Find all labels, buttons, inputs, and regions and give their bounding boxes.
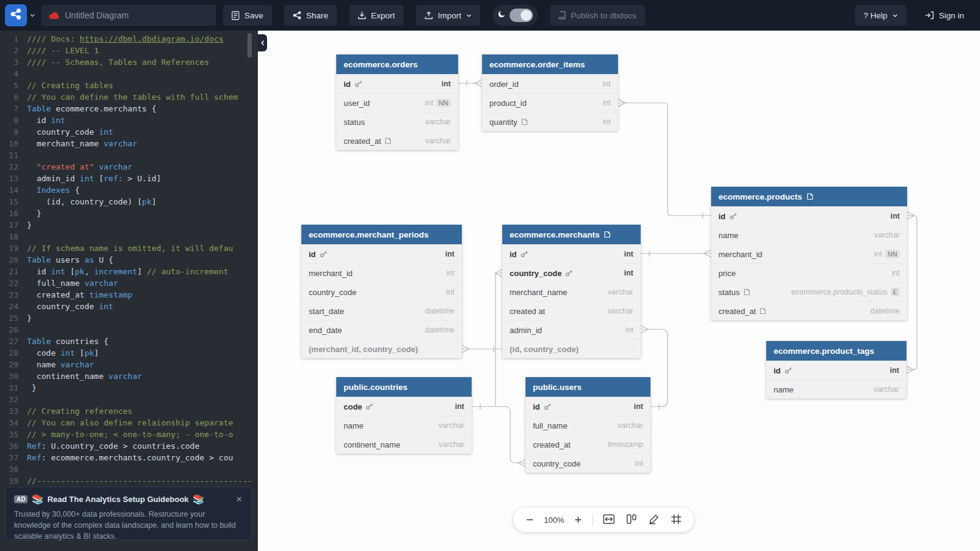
dark-mode-toggle[interactable] [492, 5, 538, 26]
code-line[interactable]: 16 } [0, 208, 258, 219]
code-line[interactable]: 38 [0, 463, 258, 475]
app-logo[interactable] [5, 4, 27, 26]
frame-button[interactable] [669, 514, 683, 527]
code-line[interactable]: 23 created_at timestamp [0, 289, 258, 301]
table-field-row[interactable]: merchant_idintNN [711, 244, 907, 263]
table-header[interactable]: ecommerce.merchant_periods [301, 225, 462, 244]
table-public.users[interactable]: public.usersidintfull_namevarcharcreated… [526, 377, 650, 473]
code-line[interactable]: 34// You can also define relaionship sep… [0, 417, 258, 429]
highlighter-button[interactable] [647, 514, 661, 527]
table-ecommerce.orders[interactable]: ecommerce.ordersidintuser_idintNNstatusv… [336, 54, 458, 150]
table-field-row[interactable]: merchant_idint [301, 263, 462, 282]
table-field-row[interactable]: end_datedatetime [301, 320, 462, 339]
code-line[interactable]: 2//// -- LEVEL 1 [0, 45, 258, 56]
table-field-row[interactable]: priceint [711, 263, 907, 282]
table-field-row[interactable]: namevarchar [336, 416, 472, 435]
table-field-row[interactable]: idint [336, 74, 458, 93]
theme-switch[interactable] [510, 9, 533, 22]
table-ecommerce.merchants[interactable]: ecommerce.merchantsidintcountry_codeintm… [502, 225, 641, 358]
table-header[interactable]: ecommerce.product_tags [766, 341, 907, 361]
table-field-row[interactable]: namevarchar [711, 225, 907, 244]
diagram-title-input[interactable] [65, 10, 209, 20]
logo-chevron-down-icon[interactable] [29, 13, 36, 18]
table-field-row[interactable]: statusecommerce.products_statusE [711, 282, 907, 301]
sign-in-button[interactable]: Sign in [919, 5, 970, 26]
code-line[interactable]: 1//// Docs: https://dbml.dbdiagram.io/do… [0, 33, 258, 45]
table-field-row[interactable]: order_idint [482, 74, 618, 93]
code-line[interactable]: 36Ref: U.country_code > countries.code [0, 440, 258, 452]
table-header[interactable]: public.countries [336, 377, 472, 397]
table-ecommerce.order_items[interactable]: ecommerce.order_itemsorder_idintproduct_… [482, 54, 618, 131]
code-line[interactable]: 6// You can define the tables with full … [0, 91, 258, 103]
fit-to-screen-button[interactable] [601, 514, 616, 527]
code-line[interactable]: 30 continent_name varchar [0, 370, 258, 382]
table-field-row[interactable]: created_atdatetime [711, 301, 907, 320]
table-field-row[interactable]: country_codeint [502, 263, 641, 282]
code-line[interactable]: 20Table users as U { [0, 254, 258, 266]
code-line[interactable]: 22 full_name varchar [0, 277, 258, 289]
code-line[interactable]: 25} [0, 312, 258, 324]
code-line[interactable]: 18 [0, 231, 258, 242]
table-header[interactable]: public.users [526, 377, 650, 397]
table-field-row[interactable]: admin_idint [502, 320, 641, 339]
table-public.countries[interactable]: public.countriescodeintnamevarcharcontin… [336, 377, 472, 454]
ad-title[interactable]: Read The Analytics Setup Guidebook [47, 495, 189, 504]
code-line[interactable]: 17} [0, 219, 258, 231]
code-line[interactable]: 14 Indexes { [0, 184, 258, 196]
table-header[interactable]: ecommerce.orders [336, 54, 458, 74]
import-button[interactable]: Import [416, 5, 480, 26]
publish-dbdocs-button[interactable]: Publish to dbdocs [550, 5, 645, 26]
code-line[interactable]: 11 [0, 149, 258, 161]
code-line[interactable]: 19// If schema name is omitted, it will … [0, 242, 258, 254]
code-line[interactable]: 32 [0, 394, 258, 405]
table-field-row[interactable]: (merchant_id, country_code) [301, 339, 462, 358]
table-field-row[interactable]: full_namevarchar [526, 416, 650, 435]
table-field-row[interactable]: start_datedatetime [301, 301, 462, 320]
table-field-row[interactable]: continent_namevarchar [336, 435, 472, 454]
table-field-row[interactable]: user_idintNN [336, 93, 458, 112]
table-ecommerce.merchant_periods[interactable]: ecommerce.merchant_periodsidintmerchant_… [301, 225, 462, 358]
editor-scrollbar[interactable] [247, 33, 252, 58]
code-line[interactable]: 4 [0, 68, 258, 80]
table-field-row[interactable]: idint [766, 361, 907, 380]
table-field-row[interactable]: idint [526, 397, 650, 416]
code-line[interactable]: 5// Creating tables [0, 80, 258, 91]
share-button[interactable]: Share [284, 5, 337, 26]
table-ecommerce.products[interactable]: ecommerce.productsidintnamevarcharmercha… [711, 187, 907, 320]
code-line[interactable]: 12 "created at" varchar [0, 161, 258, 173]
code-line[interactable]: 10 merchant_name varchar [0, 138, 258, 149]
table-field-row[interactable]: product_idint [482, 93, 618, 112]
table-field-row[interactable]: created_attimestamp [526, 435, 650, 454]
table-field-row[interactable]: idint [711, 206, 907, 225]
table-header[interactable]: ecommerce.products [711, 187, 907, 206]
code-line[interactable]: 28 code int [pk] [0, 347, 258, 359]
code-line[interactable]: 8 id int [0, 114, 258, 126]
code-line[interactable]: 9 country_code int [0, 126, 258, 138]
table-field-row[interactable]: created atvarchar [502, 301, 641, 320]
table-ecommerce.product_tags[interactable]: ecommerce.product_tagsidintnamevarchar [766, 341, 907, 399]
table-field-row[interactable]: (id, country_code) [502, 339, 641, 358]
zoom-out-button[interactable] [524, 515, 535, 524]
table-field-row[interactable]: codeint [336, 397, 472, 416]
table-field-row[interactable]: country_codeint [301, 282, 462, 301]
code-editor[interactable]: 1//// Docs: https://dbml.dbdiagram.io/do… [0, 31, 258, 551]
code-line[interactable]: 27Table countries { [0, 335, 258, 347]
code-line[interactable]: 7Table ecommerce.merchants { [0, 103, 258, 114]
table-field-row[interactable]: quantityint [482, 112, 618, 131]
table-field-row[interactable]: created_atvarchar [336, 131, 458, 150]
code-line[interactable]: 15 (id, country_code) [pk] [0, 196, 258, 208]
table-header[interactable]: ecommerce.order_items [482, 54, 618, 74]
table-field-row[interactable]: merchant_namevarchar [502, 282, 641, 301]
code-line[interactable]: 21 id int [pk, increment] // auto-increm… [0, 266, 258, 277]
table-field-row[interactable]: namevarchar [766, 380, 907, 399]
ad-close-button[interactable]: ✕ [236, 495, 243, 503]
code-line[interactable]: 39//------------------------------------… [0, 475, 258, 487]
collapse-editor-button[interactable] [258, 34, 267, 51]
diagram-canvas[interactable]: ecommerce.ordersidintuser_idintNNstatusv… [258, 31, 980, 551]
code-line[interactable]: 13 admin_id int [ref: > U.id] [0, 173, 258, 184]
code-line[interactable]: 29 name varchar [0, 359, 258, 370]
code-line[interactable]: 26 [0, 324, 258, 335]
code-line[interactable]: 37Ref: ecommerce.merchants.country_code … [0, 452, 258, 463]
save-button[interactable]: Save [223, 5, 272, 26]
table-field-row[interactable]: country_codeint [526, 454, 650, 473]
